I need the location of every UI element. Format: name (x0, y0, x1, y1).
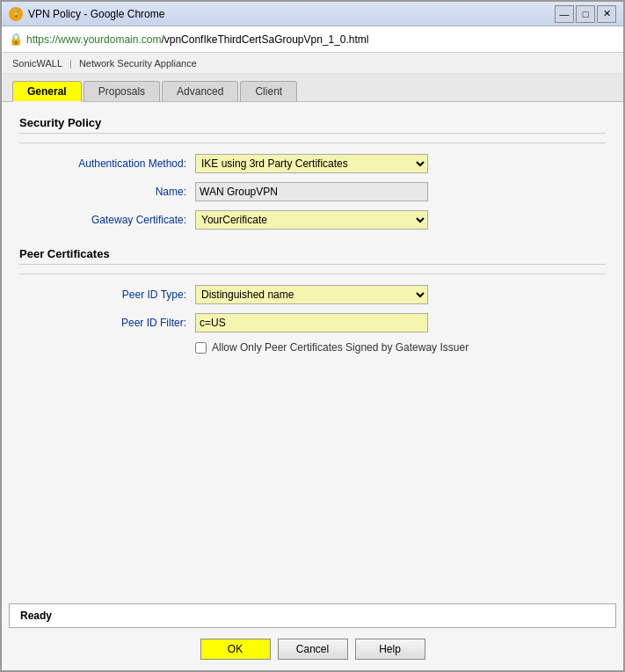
peer-id-type-label: Peer ID Type: (19, 289, 195, 301)
peer-id-type-row: Peer ID Type: Distinguished name E-Mail … (19, 285, 606, 304)
breadcrumb-sonicwall: SonicWALL (12, 58, 62, 69)
gateway-cert-input: YourCerificate (195, 210, 428, 230)
breadcrumb-separator: | (69, 58, 72, 69)
peer-certs-title: Peer Certificates (19, 247, 606, 265)
tabs-bar: General Proposals Advanced Client (2, 74, 623, 102)
auth-method-label: Authentication Method: (19, 157, 195, 170)
maximize-button[interactable]: □ (576, 5, 595, 23)
peer-id-filter-input (195, 313, 428, 332)
content-area: General Proposals Advanced Client Securi… (2, 74, 623, 670)
auth-method-input: IKE using 3rd Party Certificates IKE usi… (195, 154, 428, 173)
gateway-cert-label: Gateway Certificate: (19, 214, 195, 226)
security-policy-section: Security Policy Authentication Method: I… (19, 116, 606, 230)
title-bar: 🔒 VPN Policy - Google Chrome — □ ✕ (2, 2, 623, 26)
allow-only-row: Allow Only Peer Certificates Signed by G… (195, 341, 606, 354)
address-bar: 🔒 https://www.yourdomain.com/vpnConfIkeT… (2, 26, 623, 53)
tab-general[interactable]: General (12, 81, 82, 102)
gateway-cert-select[interactable]: YourCerificate (195, 210, 428, 230)
status-bar: Ready (9, 603, 616, 628)
peer-section-divider (19, 274, 606, 274)
close-button[interactable]: ✕ (597, 5, 616, 23)
allow-only-label: Allow Only Peer Certificates Signed by G… (212, 341, 469, 354)
window-title: VPN Policy - Google Chrome (28, 8, 555, 20)
name-row: Name: (19, 182, 606, 201)
peer-id-filter-row: Peer ID Filter: (19, 313, 606, 332)
name-label: Name: (19, 186, 195, 198)
tab-client[interactable]: Client (240, 81, 297, 101)
app-icon: 🔒 (9, 7, 23, 21)
main-window: 🔒 VPN Policy - Google Chrome — □ ✕ 🔒 htt… (0, 0, 625, 672)
gateway-cert-row: Gateway Certificate: YourCerificate (19, 210, 606, 230)
window-controls: — □ ✕ (555, 5, 616, 23)
ssl-lock-icon: 🔒 (9, 33, 23, 46)
breadcrumb-nsa: Network Security Appliance (79, 58, 197, 69)
ok-button[interactable]: OK (200, 639, 271, 660)
peer-certs-section: Peer Certificates Peer ID Type: Distingu… (19, 247, 606, 354)
help-button[interactable]: Help (355, 639, 425, 660)
cancel-button[interactable]: Cancel (278, 639, 348, 660)
security-policy-title: Security Policy (19, 116, 606, 134)
name-input-wrap (195, 182, 428, 201)
button-bar: OK Cancel Help (2, 632, 623, 670)
address-domain: https://www.yourdomain.com (26, 33, 161, 46)
form-area: Security Policy Authentication Method: I… (2, 102, 623, 603)
address-path: /vpnConfIkeThirdCertSaGroupVpn_1_0.html (161, 33, 368, 46)
tab-advanced[interactable]: Advanced (162, 81, 238, 101)
peer-id-type-select[interactable]: Distinguished name E-Mail Address Domain… (195, 285, 428, 304)
peer-id-filter-field[interactable] (195, 313, 428, 332)
auth-method-row: Authentication Method: IKE using 3rd Par… (19, 154, 606, 173)
section-divider (19, 142, 606, 143)
minimize-button[interactable]: — (555, 5, 574, 23)
peer-id-type-input: Distinguished name E-Mail Address Domain… (195, 285, 428, 304)
status-text: Ready (20, 610, 52, 622)
address-url: https://www.yourdomain.com/vpnConfIkeThi… (26, 33, 369, 46)
auth-method-select[interactable]: IKE using 3rd Party Certificates IKE usi… (195, 154, 428, 173)
tab-proposals[interactable]: Proposals (84, 81, 160, 101)
allow-only-checkbox[interactable] (195, 342, 207, 354)
peer-id-filter-label: Peer ID Filter: (19, 317, 195, 329)
name-field[interactable] (195, 182, 428, 201)
breadcrumb-bar: SonicWALL | Network Security Appliance (2, 53, 623, 74)
